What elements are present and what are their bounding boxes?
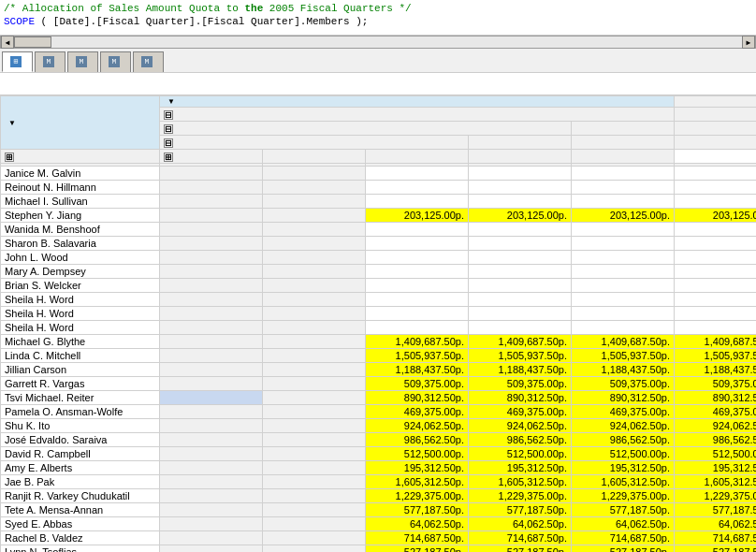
fiscal-year-header[interactable]: ▼	[160, 96, 675, 108]
q1fy2005-expand[interactable]: ⊟	[164, 138, 173, 148]
mdx1-icon: M	[43, 56, 54, 67]
data-cell	[263, 545, 366, 553]
grand-total-blank	[675, 108, 757, 122]
data-cell: 1,505,937.50р.	[469, 349, 572, 363]
data-cell: 469,375.00р.	[675, 405, 757, 419]
h1fy2005-expand[interactable]: ⊟	[164, 124, 173, 134]
tab-pivot-table[interactable]: ⊞	[2, 51, 33, 72]
data-cell	[263, 265, 366, 279]
data-cell: 64,062.50р.	[675, 517, 757, 531]
table-row: Stephen Y. Jiang203,125.00р.203,125.00р.…	[1, 209, 757, 223]
tab-mdx3[interactable]: M	[100, 51, 131, 72]
data-cell	[263, 237, 366, 251]
employee-name-cell: Mary A. Dempsey	[1, 265, 160, 279]
data-cell: 1,188,437.50р.	[469, 363, 572, 377]
data-cell: 986,562.50р.	[366, 433, 469, 447]
employee-name-cell: Janice M. Galvin	[1, 167, 160, 181]
h1-total-sub	[366, 150, 469, 164]
data-cell: 890,312.50р.	[572, 391, 675, 405]
data-cell	[366, 265, 469, 279]
data-cell: 714,687.50р.	[366, 531, 469, 545]
data-cell: 714,687.50р.	[572, 531, 675, 545]
data-cell	[160, 349, 263, 363]
fy2005-expand[interactable]: ⊟	[164, 110, 173, 120]
data-cell	[160, 377, 263, 391]
august-expand[interactable]: ⊞	[164, 153, 173, 162]
data-cell: 1,605,312.50р.	[572, 475, 675, 489]
data-cell	[263, 475, 366, 489]
data-cell	[572, 181, 675, 195]
data-cell: 1,505,937.50р.	[572, 349, 675, 363]
data-cell: 195,312.50р.	[366, 461, 469, 475]
data-cell	[675, 195, 757, 209]
data-cell: 1,229,375.00р.	[675, 489, 757, 503]
data-cell	[263, 531, 366, 545]
data-cell: 509,375.00р.	[469, 377, 572, 391]
data-cell	[160, 475, 263, 489]
data-cell: 527,187.50р.	[366, 545, 469, 553]
july-expand[interactable]: ⊞	[5, 153, 14, 162]
data-cell	[263, 517, 366, 531]
tab-mdx1[interactable]: M	[35, 51, 65, 72]
header-row-5: ⊞ ⊞	[1, 150, 757, 164]
data-cell	[160, 321, 263, 335]
data-cell	[366, 293, 469, 307]
pivot-table-container[interactable]: ▼ ▼ ⊟	[0, 95, 756, 552]
data-cell	[160, 391, 263, 405]
data-cell	[675, 293, 757, 307]
data-cell	[160, 223, 263, 237]
employee-name-cell: Rachel B. Valdez	[1, 531, 160, 545]
employee-dropdown-arrow[interactable]: ▼	[8, 119, 16, 127]
data-cell: 1,605,312.50р.	[366, 475, 469, 489]
scroll-thumb[interactable]	[14, 36, 51, 48]
employee-name-header[interactable]: ▼	[1, 96, 160, 150]
data-cell: 203,125.00р.	[572, 209, 675, 223]
data-cell: 509,375.00р.	[675, 377, 757, 391]
data-cell: 64,062.50р.	[366, 517, 469, 531]
scroll-track[interactable]	[14, 36, 742, 48]
code-scrollbar[interactable]: ◀ ▶	[0, 36, 756, 49]
data-cell	[160, 489, 263, 503]
fiscal-year-dropdown[interactable]: ▼	[167, 97, 175, 106]
data-cell: 195,312.50р.	[469, 461, 572, 475]
fy2005-header: ⊟	[160, 108, 675, 122]
data-cell	[366, 237, 469, 251]
table-row: José Edvaldo. Saraiva986,562.50р.986,562…	[1, 433, 757, 447]
table-row: Amy E. Alberts195,312.50р.195,312.50р.19…	[1, 461, 757, 475]
data-cell: 577,187.50р.	[366, 503, 469, 517]
code-area: /* Allocation of Sales Amount Quota to t…	[0, 0, 756, 36]
employee-name-cell: Pamela O. Ansman-Wolfe	[1, 405, 160, 419]
data-cell: 527,187.50р.	[469, 545, 572, 553]
h1-total-col	[572, 136, 675, 150]
data-cell	[160, 279, 263, 293]
data-cell	[469, 293, 572, 307]
data-cell: 203,125.00р.	[366, 209, 469, 223]
tab-mdx2[interactable]: M	[67, 51, 98, 72]
table-row: Michael G. Blythe1,409,687.50р.1,409,687…	[1, 335, 757, 349]
pivot-table-icon: ⊞	[10, 56, 22, 67]
data-cell: 890,312.50р.	[366, 391, 469, 405]
data-cell: 203,125.00р.	[469, 209, 572, 223]
employee-name-cell: Jillian Carson	[1, 363, 160, 377]
employee-name-cell: Sheila H. Word	[1, 307, 160, 321]
data-cell	[469, 167, 572, 181]
employee-name-cell: Wanida M. Benshoof	[1, 223, 160, 237]
data-cell	[263, 223, 366, 237]
data-cell: 1,409,687.50р.	[366, 335, 469, 349]
scroll-left-arrow[interactable]: ◀	[1, 36, 14, 49]
mdx3-icon: M	[109, 56, 120, 67]
table-row: Rachel B. Valdez714,687.50р.714,687.50р.…	[1, 531, 757, 545]
scroll-right-arrow[interactable]: ▶	[742, 36, 755, 49]
data-cell	[469, 265, 572, 279]
data-cell	[572, 321, 675, 335]
employee-name-cell: Reinout N. Hillmann	[1, 181, 160, 195]
table-row: Jae B. Pak1,605,312.50р.1,605,312.50р.1,…	[1, 475, 757, 489]
data-cell	[263, 195, 366, 209]
data-cell: 1,605,312.50р.	[675, 475, 757, 489]
data-cell	[160, 447, 263, 461]
table-row: Tete A. Mensa-Annan577,187.50р.577,187.5…	[1, 503, 757, 517]
filter-drop-zone[interactable]	[0, 73, 756, 95]
data-cell	[572, 307, 675, 321]
tab-mdx4[interactable]: M	[133, 51, 164, 72]
data-cell: 64,062.50р.	[469, 517, 572, 531]
